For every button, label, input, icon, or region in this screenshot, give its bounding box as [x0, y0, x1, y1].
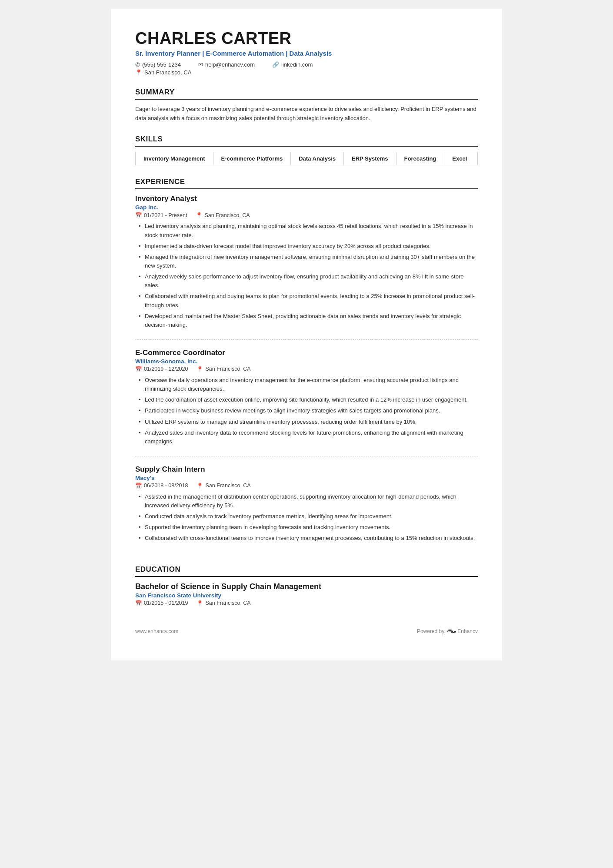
edu-degree: Bachelor of Science in Supply Chain Mana… [135, 582, 478, 591]
bullet-item: Analyzed weekly sales performance to adj… [139, 272, 478, 290]
enhancv-brand-name: Enhancv [457, 628, 478, 634]
education-section: EDUCATION Bachelor of Science in Supply … [135, 565, 478, 607]
calendar-icon-edu: 📅 [135, 600, 142, 607]
calendar-icon-0: 📅 [135, 212, 142, 218]
location-icon-0: 📍 [196, 212, 203, 218]
calendar-icon-2: 📅 [135, 483, 142, 489]
linkedin-contact: 🔗 linkedin.com [272, 61, 313, 68]
job-bullets-2: Assisted in the management of distributi… [135, 493, 478, 543]
summary-section: SUMMARY Eager to leverage 3 years of inv… [135, 88, 478, 123]
edu-location: 📍 San Francisco, CA [197, 600, 250, 607]
company-name-2: Macy's [135, 475, 478, 481]
candidate-title: Sr. Inventory Planner | E-Commerce Autom… [135, 50, 478, 57]
phone-contact: ✆ (555) 555-1234 [135, 61, 181, 68]
phone-number: (555) 555-1234 [142, 61, 181, 68]
location-icon-edu: 📍 [197, 600, 203, 607]
edu-meta: 📅 01/2015 - 01/2019 📍 San Francisco, CA [135, 600, 478, 607]
job-title-2: Supply Chain Intern [135, 465, 478, 474]
email-address: help@enhancv.com [205, 61, 255, 68]
location-text: San Francisco, CA [144, 69, 191, 76]
job-dates-0: 📅 01/2021 - Present [135, 212, 187, 218]
job-meta-0: 📅 01/2021 - Present 📍 San Francisco, CA [135, 212, 478, 218]
job-title-1: E-Commerce Coordinator [135, 349, 478, 357]
bullet-item: Supported the inventory planning team in… [139, 523, 478, 532]
calendar-icon-1: 📅 [135, 366, 142, 372]
job-bullets-1: Oversaw the daily operations and invento… [135, 376, 478, 446]
job-title-0: Inventory Analyst [135, 194, 478, 203]
job-block-0: Inventory Analyst Gap Inc. 📅 01/2021 - P… [135, 194, 478, 340]
summary-title: SUMMARY [135, 88, 478, 100]
skill-item: Inventory Management [136, 152, 213, 165]
education-title: EDUCATION [135, 565, 478, 577]
company-name-0: Gap Inc. [135, 204, 478, 211]
footer-brand: Powered by Enhancv [417, 628, 478, 634]
bullet-item: Oversaw the daily operations and invento… [139, 376, 478, 393]
bullet-item: Analyzed sales and inventory data to rec… [139, 429, 478, 446]
enhancv-logo: Enhancv [447, 628, 478, 634]
skill-item: Data Analysis [291, 152, 344, 165]
job-location-2: 📍 San Francisco, CA [197, 483, 250, 489]
job-bullets-0: Led inventory analysis and planning, mai… [135, 222, 478, 329]
bullet-item: Led the coordination of asset execution … [139, 395, 478, 404]
location-icon-2: 📍 [197, 483, 203, 489]
location-icon-1: 📍 [197, 366, 203, 372]
footer-website: www.enhancv.com [135, 628, 178, 634]
job-dates-1: 📅 01/2019 - 12/2020 [135, 366, 188, 372]
contact-row: ✆ (555) 555-1234 ✉ help@enhancv.com 🔗 li… [135, 61, 478, 68]
experience-title: EXPERIENCE [135, 178, 478, 189]
job-dates-2: 📅 06/2018 - 08/2018 [135, 483, 188, 489]
summary-text: Eager to leverage 3 years of inventory p… [135, 105, 478, 123]
bullet-item: Collaborated with marketing and buying t… [139, 292, 478, 309]
bullet-item: Utilized ERP systems to manage and strea… [139, 418, 478, 426]
skills-list: Inventory Management E-commerce Platform… [135, 152, 478, 165]
bullet-item: Managed the integration of new inventory… [139, 253, 478, 270]
job-meta-1: 📅 01/2019 - 12/2020 📍 San Francisco, CA [135, 366, 478, 372]
job-block-2: Supply Chain Intern Macy's 📅 06/2018 - 0… [135, 465, 478, 553]
bullet-item: Collaborated with cross-functional teams… [139, 534, 478, 543]
bullet-item: Implemented a data-driven forecast model… [139, 242, 478, 251]
skills-title: SKILLS [135, 135, 478, 147]
skill-item: Excel [444, 152, 475, 165]
bullet-item: Developed and maintained the Master Sale… [139, 312, 478, 329]
email-icon: ✉ [198, 61, 203, 68]
edu-school: San Francisco State University [135, 592, 478, 599]
skills-section: SKILLS Inventory Management E-commerce P… [135, 135, 478, 165]
resume-page: CHARLES CARTER Sr. Inventory Planner | E… [111, 9, 502, 660]
job-block-1: E-Commerce Coordinator Williams-Sonoma, … [135, 349, 478, 456]
header: CHARLES CARTER Sr. Inventory Planner | E… [135, 30, 478, 76]
footer: www.enhancv.com Powered by Enhancv [135, 628, 478, 634]
job-location-1: 📍 San Francisco, CA [197, 366, 250, 372]
bullet-item: Led inventory analysis and planning, mai… [139, 222, 478, 239]
company-name-1: Williams-Sonoma, Inc. [135, 358, 478, 365]
skill-item: E-commerce Platforms [213, 152, 291, 165]
edu-dates: 📅 01/2015 - 01/2019 [135, 600, 188, 607]
link-icon: 🔗 [272, 61, 279, 68]
skill-item: Forecasting [396, 152, 445, 165]
job-meta-2: 📅 06/2018 - 08/2018 📍 San Francisco, CA [135, 483, 478, 489]
bullet-item: Assisted in the management of distributi… [139, 493, 478, 510]
location-pin-icon: 📍 [135, 69, 142, 76]
location-row: 📍 San Francisco, CA [135, 69, 478, 76]
bullet-item: Conducted data analysis to track invento… [139, 512, 478, 521]
skill-item: ERP Systems [344, 152, 396, 165]
email-contact: ✉ help@enhancv.com [198, 61, 255, 68]
linkedin-url: linkedin.com [281, 61, 313, 68]
candidate-name: CHARLES CARTER [135, 30, 478, 48]
phone-icon: ✆ [135, 61, 140, 68]
powered-by-text: Powered by [417, 628, 444, 634]
job-location-0: 📍 San Francisco, CA [196, 212, 250, 218]
experience-section: EXPERIENCE Inventory Analyst Gap Inc. 📅 … [135, 178, 478, 553]
bullet-item: Participated in weekly business review m… [139, 406, 478, 415]
